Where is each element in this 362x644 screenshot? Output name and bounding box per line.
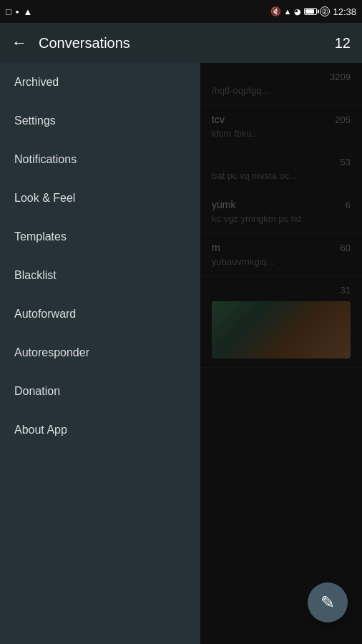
sidebar-item-about-app[interactable]: About App (0, 411, 200, 449)
status-icons-left: □ ▪ ▲ (6, 6, 32, 17)
navigation-drawer: Archived Settings Notifications Look & F… (0, 63, 200, 644)
status-bar: □ ▪ ▲ 🔇 ▲ ◕ ② 12:38 (0, 0, 362, 23)
icon-tag: ▲ (23, 6, 32, 17)
sidebar-item-label: Settings (14, 114, 56, 127)
battery-icon (304, 6, 317, 17)
compose-fab[interactable]: ✎ (308, 582, 348, 623)
sidebar-item-label: Autoforward (14, 308, 76, 321)
conversation-count: 12 (335, 35, 351, 52)
status-icons-right: 🔇 ▲ ◕ ② 12:38 (270, 6, 356, 17)
sidebar-item-donation[interactable]: Donation (0, 372, 200, 411)
sidebar-item-label: Templates (14, 230, 67, 243)
sidebar-item-label: Autoresponder (14, 346, 89, 359)
toolbar: ← Conversations 12 (0, 23, 362, 63)
compose-icon: ✎ (321, 592, 335, 613)
sidebar-item-label: Archived (14, 76, 59, 89)
sidebar-item-blacklist[interactable]: Blacklist (0, 256, 200, 295)
sidebar-item-notifications[interactable]: Notifications (0, 140, 200, 179)
sidebar-item-label: About App (14, 424, 67, 436)
sidebar-item-label: Notifications (14, 153, 77, 166)
wifi-icon: ◕ (294, 7, 301, 16)
sidebar-item-archived[interactable]: Archived (0, 63, 200, 102)
sidebar-item-autoforward[interactable]: Autoforward (0, 295, 200, 333)
circle-badge: ② (320, 6, 330, 16)
sidebar-item-label: Donation (14, 385, 60, 398)
time-display: 12:38 (333, 6, 356, 17)
sidebar-item-autoresponder[interactable]: Autoresponder (0, 333, 200, 372)
icon-image: ▪ (16, 6, 19, 17)
toolbar-title: Conversations (39, 35, 335, 52)
back-button[interactable]: ← (11, 34, 27, 52)
sidebar-item-look-feel[interactable]: Look & Feel (0, 179, 200, 218)
icon-photo: □ (6, 6, 11, 17)
sidebar-item-label: Blacklist (14, 269, 57, 282)
sidebar-item-settings[interactable]: Settings (0, 102, 200, 140)
sidebar-item-label: Look & Feel (14, 192, 75, 205)
main-area: 3209 /hqtf-oqpfgq... tcv 205 kfcm fbku..… (0, 63, 362, 644)
signal-icon: ▲ (284, 7, 292, 16)
sidebar-item-templates[interactable]: Templates (0, 218, 200, 256)
drawer-overlay[interactable] (200, 63, 362, 644)
mute-icon: 🔇 (270, 6, 281, 16)
